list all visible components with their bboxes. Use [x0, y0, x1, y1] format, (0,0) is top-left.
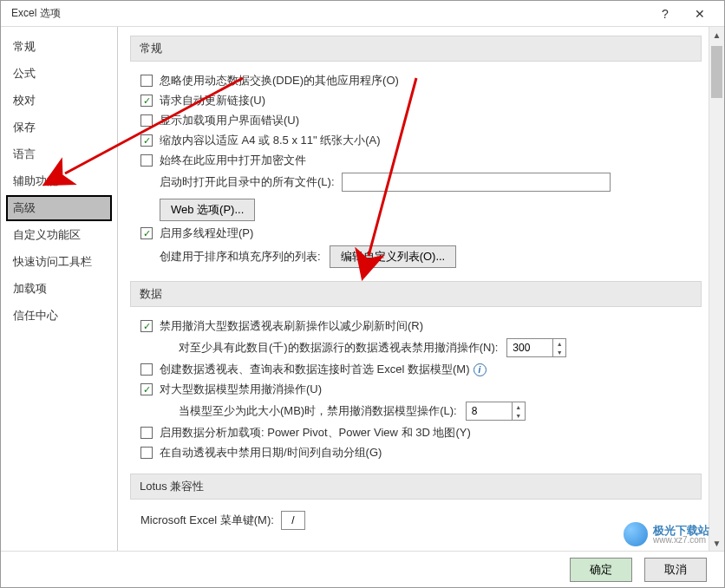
sidebar-item-save[interactable]: 保存 [6, 114, 112, 140]
scroll-down-icon[interactable]: ▼ [709, 535, 724, 551]
sidebar-item-trust-center[interactable]: 信任中心 [6, 303, 112, 329]
checkbox-multithread[interactable] [140, 227, 153, 239]
edit-custom-lists-button[interactable]: 编辑自定义列表(O)... [330, 245, 457, 268]
checkbox-large-model[interactable] [140, 383, 153, 395]
label-menu-key: Microsoft Excel 菜单键(M): [140, 513, 274, 528]
cancel-button[interactable]: 取消 [644, 558, 707, 582]
label-pivot-rows: 对至少具有此数目(千)的数据源行的数据透视表禁用撤消操作(N): [179, 340, 498, 356]
label-startup-dir: 启动时打开此目录中的所有文件(L): [160, 174, 335, 190]
dialog-footer: 确定 取消 [1, 551, 724, 587]
watermark-url: www.xz7.com [653, 536, 709, 545]
label-pivot-undo: 禁用撤消大型数据透视表刷新操作以减少刷新时间(R) [160, 318, 423, 334]
sidebar-item-qat[interactable]: 快速访问工具栏 [6, 249, 112, 275]
checkbox-prefer-edm[interactable] [140, 363, 153, 376]
input-startup-dir[interactable] [342, 173, 611, 192]
label-prefer-edm: 创建数据透视表、查询表和数据连接时首选 Excel 数据模型(M) [160, 362, 470, 377]
titlebar: Excel 选项 ? ✕ [1, 1, 724, 27]
label-analysis-addins: 启用数据分析加载项: Power Pivot、Power View 和 3D 地… [160, 425, 471, 441]
section-header-lotus: Lotus 兼容性 [130, 474, 702, 500]
label-large-model: 对大型数据模型禁用撤消操作(U) [160, 382, 322, 397]
sidebar-item-accessibility[interactable]: 辅助功能 [6, 168, 112, 194]
sidebar-item-formulas[interactable]: 公式 [6, 61, 112, 87]
label-dde: 忽略使用动态数据交换(DDE)的其他应用程序(O) [160, 73, 399, 88]
vertical-scrollbar[interactable]: ▲ ▼ [709, 27, 724, 551]
sidebar-item-customize-ribbon[interactable]: 自定义功能区 [6, 222, 112, 248]
watermark-name: 极光下载站 [653, 525, 709, 536]
checkbox-encrypted[interactable] [140, 154, 153, 167]
spin-down-icon[interactable]: ▼ [553, 348, 565, 356]
scroll-thumb[interactable] [711, 46, 722, 98]
label-scale-a4: 缩放内容以适应 A4 或 8.5 x 11" 纸张大小(A) [160, 133, 381, 148]
section-header-data: 数据 [130, 281, 702, 307]
spin-up-icon[interactable]: ▲ [513, 402, 525, 411]
spin-down-icon[interactable]: ▼ [513, 411, 525, 420]
ok-button[interactable]: 确定 [570, 558, 632, 582]
content-panel: 常规 忽略使用动态数据交换(DDE)的其他应用程序(O) 请求自动更新链接(U)… [118, 27, 709, 551]
sidebar-item-language[interactable]: 语言 [6, 141, 112, 167]
sidebar-item-general[interactable]: 常规 [6, 34, 112, 60]
checkbox-analysis-addins[interactable] [140, 427, 153, 439]
scroll-up-icon[interactable]: ▲ [709, 27, 724, 42]
label-addin-errors: 显示加载项用户界面错误(U) [160, 113, 299, 128]
watermark-logo-icon [624, 522, 648, 546]
spinner-model-mb[interactable]: ▲▼ [466, 402, 526, 421]
window-title: Excel 选项 [8, 6, 648, 21]
sidebar-item-proofing[interactable]: 校对 [6, 88, 112, 114]
checkbox-scale-a4[interactable] [140, 134, 153, 147]
spin-up-icon[interactable]: ▲ [553, 339, 565, 348]
sidebar-item-advanced[interactable]: 高级 [6, 195, 112, 221]
label-custom-lists: 创建用于排序和填充序列的列表: [160, 249, 321, 265]
watermark: 极光下载站 www.xz7.com [624, 522, 709, 546]
web-options-button[interactable]: Web 选项(P)... [160, 199, 255, 221]
label-multithread: 启用多线程处理(P) [160, 225, 253, 241]
close-button[interactable]: ✕ [683, 7, 717, 21]
section-header-general: 常规 [130, 36, 702, 62]
checkbox-addin-errors[interactable] [140, 114, 153, 127]
label-auto-update-links: 请求自动更新链接(U) [160, 93, 265, 108]
label-encrypted: 始终在此应用中打开加密文件 [160, 153, 306, 168]
spinner-pivot-rows[interactable]: ▲▼ [506, 338, 566, 357]
info-icon[interactable]: i [474, 363, 487, 376]
checkbox-auto-update-links[interactable] [140, 95, 153, 107]
checkbox-dde[interactable] [140, 75, 153, 87]
sidebar: 常规 公式 校对 保存 语言 辅助功能 高级 自定义功能区 快速访问工具栏 加载… [1, 27, 118, 551]
label-model-mb: 当模型至少为此大小(MB)时，禁用撤消数据模型操作(L): [179, 403, 457, 419]
input-model-mb[interactable] [467, 403, 512, 419]
checkbox-disable-date-group[interactable] [140, 447, 153, 459]
label-disable-date-group: 在自动透视表中禁用日期/时间列自动分组(G) [160, 445, 382, 461]
input-pivot-rows[interactable] [507, 340, 552, 356]
sidebar-item-addins[interactable]: 加载项 [6, 276, 112, 302]
help-button[interactable]: ? [648, 7, 683, 21]
input-menu-key[interactable] [281, 511, 305, 530]
checkbox-pivot-undo[interactable] [140, 320, 153, 332]
